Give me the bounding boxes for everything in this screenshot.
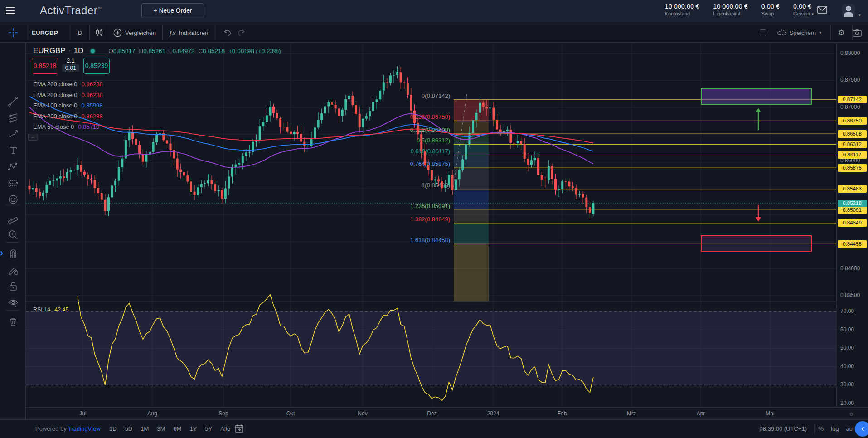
- indicator-legend-row[interactable]: EMA 200 close 00.86238: [33, 111, 103, 122]
- axis-fib-label: 0.85091: [838, 206, 867, 214]
- stat-label: Swap: [761, 11, 780, 16]
- chart-type-icon[interactable]: [95, 22, 103, 43]
- zone-box: [701, 236, 811, 251]
- time-axis[interactable]: ☼ JulAugSepOktNovDez2024FebMrzAprMai: [0, 407, 868, 419]
- buy-button[interactable]: 0.85239: [83, 58, 110, 74]
- forecast-tool-icon[interactable]: [8, 178, 19, 189]
- fib-level-label: 0.764(0.85875): [410, 161, 450, 167]
- time-axis-label: 2024: [487, 410, 499, 417]
- chart-legend-header[interactable]: EURGBP · 1D O0.85017 H0.85261 L0.84972 C…: [33, 46, 281, 55]
- indicator-legend-row[interactable]: EMA 50 close 00.85719: [33, 122, 103, 132]
- ruler-tool-icon[interactable]: [8, 213, 19, 224]
- ema-200-line: [29, 113, 593, 143]
- cloud-icon: [777, 29, 786, 36]
- time-axis-label: Nov: [358, 410, 367, 417]
- axis-rsi-label: 70.00: [840, 308, 854, 314]
- symbol-search[interactable]: EURGBP: [32, 22, 58, 43]
- avatar-caret-icon[interactable]: ▾: [858, 13, 861, 17]
- range-button[interactable]: 5Y: [201, 423, 216, 435]
- price-axis[interactable]: 0.880000.875000.870000.860000.840000.835…: [836, 43, 868, 419]
- indicator-legend-row[interactable]: EMA 200 close 00.86238: [33, 79, 103, 90]
- collapse-panel-fab[interactable]: ‹: [855, 421, 868, 437]
- panel-expand-icon[interactable]: ›: [0, 247, 3, 259]
- range-selector: 1D5D1M3M6M1Y5YAlle: [105, 423, 234, 435]
- scale-button[interactable]: log: [828, 423, 841, 435]
- lock-all-tool-icon[interactable]: [8, 281, 19, 292]
- layout-checkbox[interactable]: [760, 29, 766, 36]
- rsi-legend[interactable]: RSI 14 42.45: [33, 307, 69, 313]
- save-button[interactable]: Speichern ▾: [777, 29, 821, 36]
- range-button[interactable]: 1D: [105, 423, 121, 435]
- powered-by: Powered by TradingView: [35, 425, 101, 432]
- brush-tool-icon[interactable]: [8, 129, 19, 140]
- remove-drawings-tool-icon[interactable]: [8, 316, 19, 327]
- axis-last-price-label: 0.85218: [838, 200, 867, 207]
- zoom-in-tool-icon[interactable]: [8, 229, 19, 240]
- ohlc-values: O0.85017 H0.85261 L0.84972 C0.85218 +0.0…: [108, 48, 281, 54]
- scale-button[interactable]: %: [816, 423, 827, 435]
- fib-level-label: 1.236(0.85091): [410, 203, 450, 209]
- legend-collapse-icon[interactable]: ︿: [28, 134, 38, 141]
- range-button[interactable]: 6M: [169, 423, 185, 435]
- range-button[interactable]: 5D: [121, 423, 137, 435]
- redo-icon[interactable]: [237, 22, 246, 43]
- axis-fib-label: 0.85483: [838, 185, 867, 193]
- mail-icon[interactable]: [817, 6, 827, 14]
- time-axis-label: Sep: [218, 410, 228, 417]
- stat-label: Gewinn ▾: [793, 11, 814, 16]
- scale-button[interactable]: au: [844, 423, 855, 435]
- fib-tool-icon[interactable]: [8, 112, 19, 123]
- text-tool-icon[interactable]: [8, 145, 19, 156]
- chevron-down-icon: ▾: [819, 30, 821, 35]
- time-axis-label: Apr: [697, 410, 705, 417]
- session-clock[interactable]: 08:39:00 (UTC+1): [760, 425, 807, 432]
- sell-button[interactable]: 0.85218: [32, 58, 58, 74]
- tradingview-link[interactable]: TradingView: [68, 425, 101, 432]
- new-order-button[interactable]: + Neue Order: [141, 3, 204, 18]
- menu-icon[interactable]: [6, 7, 15, 14]
- account-stat: 10 000.00 €Eigenkapital: [713, 3, 748, 16]
- undo-icon[interactable]: [223, 22, 232, 43]
- time-axis-label: Aug: [147, 410, 157, 417]
- theme-sun-icon[interactable]: ☼: [849, 409, 855, 417]
- range-button[interactable]: 1M: [136, 423, 153, 435]
- crosshair-tool-icon[interactable]: [8, 22, 18, 43]
- trendline-tool-icon[interactable]: [8, 96, 19, 107]
- axis-price-label: 0.84000: [840, 265, 860, 272]
- axis-rsi-label: 30.00: [840, 381, 854, 388]
- axis-fib-label: 0.86750: [838, 117, 867, 125]
- zone-box: [701, 88, 811, 104]
- gear-icon[interactable]: ⚙: [838, 28, 845, 38]
- go-to-date-icon[interactable]: [235, 424, 243, 433]
- avatar[interactable]: [842, 4, 855, 17]
- range-button[interactable]: Alle: [216, 423, 234, 435]
- pattern-tool-icon[interactable]: [8, 161, 19, 172]
- compare-button[interactable]: Vergleichen: [113, 22, 156, 43]
- plus-circle-icon: [113, 29, 122, 37]
- draw-lock-tool-icon[interactable]: [8, 265, 19, 276]
- magnet-tool-icon[interactable]: [8, 248, 19, 259]
- hide-all-tool-icon[interactable]: [8, 297, 19, 308]
- range-button[interactable]: 1Y: [185, 423, 201, 435]
- fib-level-label: 1.382(0.84849): [410, 216, 450, 223]
- axis-price-label: 0.87000: [840, 104, 860, 110]
- indicator-legend-row[interactable]: EMA 200 close 00.86238: [33, 90, 103, 101]
- range-button[interactable]: 3M: [153, 423, 169, 435]
- indicators-button[interactable]: ƒx Indikatoren: [169, 22, 208, 43]
- time-axis-label: Okt: [286, 410, 295, 417]
- bottom-bar: Powered by TradingView 1D5D1M3M6M1Y5YAll…: [0, 419, 868, 438]
- interval-button[interactable]: D: [78, 22, 82, 43]
- camera-icon[interactable]: [853, 29, 862, 37]
- account-stats: 10 000.00 €Kontostand10 000.00 €Eigenkap…: [665, 3, 814, 16]
- lot-size-field[interactable]: 0.01: [62, 64, 79, 72]
- chevron-down-icon[interactable]: ▾: [811, 12, 814, 16]
- tool-divider: [6, 310, 19, 311]
- emoji-tool-icon[interactable]: [8, 194, 19, 205]
- price-chart[interactable]: 0(0.87142)0.236(0.86750)0.382(0.86508)0.…: [0, 0, 868, 438]
- stat-value: 10 000.00 €: [665, 3, 700, 10]
- time-axis-label: Mai: [766, 410, 774, 417]
- indicator-legend-row[interactable]: EMA 100 close 00.85998: [33, 100, 103, 111]
- fib-level-label: 0.618(0.86117): [411, 148, 450, 155]
- stat-value: 0.00 €: [761, 3, 780, 10]
- scale-buttons: %logau: [816, 423, 855, 435]
